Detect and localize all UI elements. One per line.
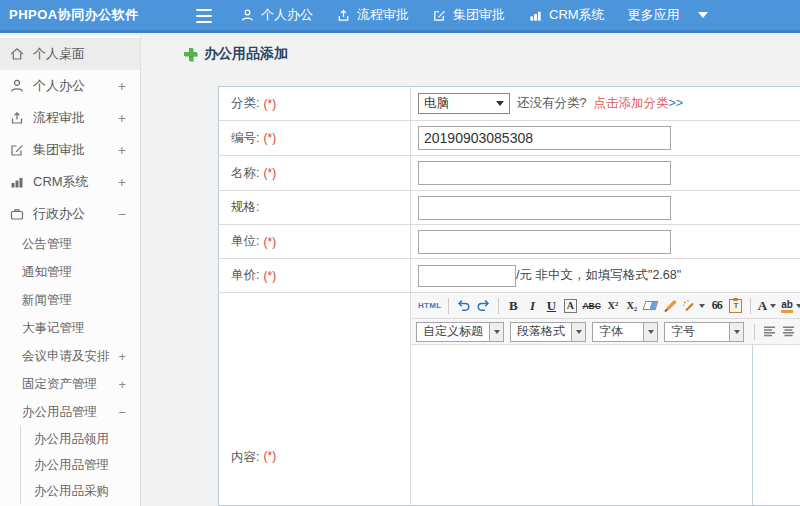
caret-down-icon <box>643 323 657 341</box>
undo-button[interactable] <box>454 296 473 316</box>
expand-plus-icon[interactable]: + <box>118 377 126 392</box>
paragraph-format-select[interactable]: 段落格式 <box>510 322 586 342</box>
required-mark: (*) <box>263 269 276 283</box>
app-logo: PHPOA协同办公软件 <box>0 6 139 24</box>
clean-format-button[interactable] <box>661 296 679 316</box>
sidebar-item-label: 行政办公 <box>33 205 85 223</box>
required-mark: (*) <box>263 131 276 145</box>
category-label: 分类: <box>231 95 259 112</box>
sidebar-item-group-approval[interactable]: 集团审批 + <box>0 134 140 166</box>
spec-input[interactable] <box>418 196 671 220</box>
collapse-minus-icon[interactable]: − <box>118 206 126 222</box>
strikethrough-button[interactable]: ABC <box>580 296 602 316</box>
caret-down-icon <box>571 323 585 341</box>
sidebar-item-personal-office[interactable]: 个人办公 + <box>0 70 140 102</box>
sidebar-item-supplies-purchase[interactable]: 办公用品采购 <box>21 478 140 504</box>
font-box-button[interactable]: A <box>561 296 579 316</box>
expand-plus-icon[interactable]: + <box>118 349 126 364</box>
toolbar-separator <box>750 298 751 314</box>
bold-button[interactable]: B <box>504 296 522 316</box>
form-row-unit: 单位: (*) <box>219 225 800 259</box>
name-input[interactable] <box>418 161 671 185</box>
html-source-button[interactable]: HTML <box>416 296 443 316</box>
sidebar-item-supplies-manage[interactable]: 办公用品管理 <box>21 452 140 478</box>
nav-group-approval[interactable]: 集团审批 <box>432 6 505 24</box>
font-size-select[interactable]: 字号 <box>664 322 744 342</box>
font-color-button[interactable]: A <box>756 296 778 316</box>
caret-down-icon <box>699 304 705 308</box>
sidebar-item-office-supplies-mgmt[interactable]: 办公用品管理 − <box>0 398 140 426</box>
font-family-select[interactable]: 字体 <box>592 322 658 342</box>
hamburger-menu-icon[interactable] <box>196 9 212 23</box>
unit-input[interactable] <box>418 230 671 254</box>
clipboard-icon: T <box>729 299 742 313</box>
caret-down-icon <box>698 12 708 18</box>
sidebar-item-label: 公告管理 <box>22 236 72 253</box>
sidebar-item-notice-mgmt[interactable]: 通知管理 <box>0 258 140 286</box>
sidebar-item-personal-desktop[interactable]: 个人桌面 <box>0 38 140 70</box>
background-color-button[interactable]: ab <box>779 296 800 316</box>
collapse-minus-icon[interactable]: − <box>118 405 126 420</box>
nav-workflow-approval[interactable]: 流程审批 <box>336 6 409 24</box>
italic-button[interactable]: I <box>523 296 541 316</box>
bar-chart-icon <box>528 8 543 23</box>
content-label: 内容: <box>231 449 259 466</box>
eraser-icon <box>643 301 659 310</box>
nav-label: 个人办公 <box>261 6 313 24</box>
form-row-price: 单价: (*) /元 非中文，如填写格式"2.68" <box>219 259 800 293</box>
sidebar-item-meeting-mgmt[interactable]: 会议申请及安排 + <box>0 342 140 370</box>
sidebar-item-events-mgmt[interactable]: 大事记管理 <box>0 314 140 342</box>
custom-heading-select[interactable]: 自定义标题 <box>416 322 504 342</box>
nav-label: 更多应用 <box>628 6 680 24</box>
redo-button[interactable] <box>474 296 493 316</box>
format-painter-button[interactable] <box>680 296 707 316</box>
sidebar-item-fixed-assets-mgmt[interactable]: 固定资产管理 + <box>0 370 140 398</box>
caret-down-icon <box>496 101 504 106</box>
sidebar-item-announcement-mgmt[interactable]: 公告管理 <box>0 230 140 258</box>
nav-label: CRM系统 <box>549 6 605 24</box>
price-input[interactable] <box>418 265 516 287</box>
nav-personal-office[interactable]: 个人办公 <box>240 6 313 24</box>
expand-plus-icon[interactable]: + <box>118 110 126 126</box>
subscript-button[interactable]: X₂ <box>623 296 641 316</box>
sidebar-item-admin-office[interactable]: 行政办公 − <box>0 198 140 230</box>
category-select-value: 电脑 <box>424 95 449 112</box>
form-row-content: 内容: (*) HTML B I U A ABC X² X₂ <box>219 293 800 505</box>
sidebar-item-supplies-claim[interactable]: 办公用品领用 <box>21 426 140 452</box>
expand-plus-icon[interactable]: + <box>118 142 126 158</box>
sidebar-item-workflow-approval[interactable]: 流程审批 + <box>0 102 140 134</box>
nav-more-apps[interactable]: 更多应用 <box>628 6 708 24</box>
form-row-spec: 规格: <box>219 191 800 225</box>
code-input[interactable] <box>418 126 671 150</box>
expand-plus-icon[interactable]: + <box>118 174 126 190</box>
editor-content-area[interactable] <box>411 345 753 505</box>
underline-button[interactable]: U <box>542 296 560 316</box>
blockquote-button[interactable]: 66 <box>708 296 726 316</box>
category-select[interactable]: 电脑 <box>418 93 510 114</box>
sidebar-item-label: 会议申请及安排 <box>22 348 110 365</box>
nav-crm-system[interactable]: CRM系统 <box>528 6 605 24</box>
align-center-button[interactable] <box>779 322 797 342</box>
required-mark: (*) <box>263 235 276 249</box>
no-category-hint: 还没有分类? <box>517 95 586 112</box>
toolbar-separator <box>498 298 499 314</box>
form-row-category: 分类: (*) 电脑 还没有分类? 点击添加分类>> <box>219 87 800 121</box>
top-nav-menu: 个人办公 流程审批 集团审批 CRM系统 更多应用 <box>240 0 708 30</box>
edit-icon <box>9 142 25 158</box>
sidebar-item-crm-system[interactable]: CRM系统 + <box>0 166 140 198</box>
sidebar-item-news-mgmt[interactable]: 新闻管理 <box>0 286 140 314</box>
toolbar-separator <box>448 298 449 314</box>
editor-toolbar-row-2: 自定义标题 段落格式 字体 字号 <box>411 319 800 345</box>
sidebar-item-label: 个人办公 <box>33 77 85 95</box>
superscript-button[interactable]: X² <box>604 296 622 316</box>
eraser-button[interactable] <box>642 296 660 316</box>
paste-text-button[interactable]: T <box>727 296 745 316</box>
align-left-button[interactable] <box>760 322 778 342</box>
add-category-link[interactable]: 点击添加分类>> <box>593 95 683 112</box>
nav-label: 集团审批 <box>453 6 505 24</box>
expand-plus-icon[interactable]: + <box>118 78 126 94</box>
code-label: 编号: <box>231 130 259 147</box>
person-icon <box>240 8 255 23</box>
sidebar-item-label: 办公用品领用 <box>34 431 109 448</box>
sidebar: 个人桌面 个人办公 + 流程审批 + 集团审批 + CRM系统 + 行政办公 −… <box>0 36 141 506</box>
